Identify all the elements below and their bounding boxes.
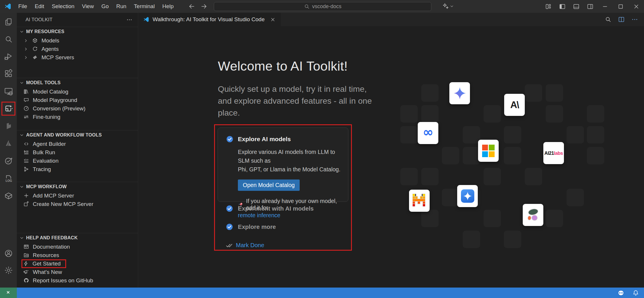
copilot-status-icon[interactable] bbox=[617, 289, 625, 297]
section-header[interactable]: MY RESOURCES bbox=[17, 27, 138, 36]
sidebar-item-agent-builder[interactable]: Agent Builder bbox=[17, 140, 138, 148]
tab-walkthrough[interactable]: Walkthrough: AI Toolkit for Visual Studi… bbox=[138, 13, 281, 26]
mark-done-link[interactable]: Mark Done bbox=[226, 241, 264, 249]
section-label: MY RESOURCES bbox=[26, 29, 64, 34]
activity-item-explorer[interactable] bbox=[0, 15, 17, 29]
search-icon[interactable] bbox=[605, 16, 612, 23]
back-icon[interactable] bbox=[188, 3, 196, 10]
check-list-icon bbox=[23, 158, 29, 164]
chat-icon bbox=[23, 97, 29, 103]
menu-file[interactable]: File bbox=[15, 2, 31, 11]
walkthrough-step-experiment-with-ai-models[interactable]: Experiment with AI models bbox=[226, 204, 314, 213]
activity-item-containers[interactable] bbox=[0, 189, 17, 203]
toggle-primary-sidebar-button[interactable] bbox=[555, 0, 569, 13]
activity-item-search[interactable] bbox=[0, 32, 17, 46]
chevron-right-icon bbox=[23, 55, 28, 60]
more-icon[interactable] bbox=[631, 16, 638, 23]
accounts-icon bbox=[4, 249, 13, 258]
section-header[interactable]: AGENT AND WORKFLOW TOOLS bbox=[17, 130, 138, 140]
toggle-primary-sidebar-icon bbox=[559, 3, 566, 10]
step-title: Explore more bbox=[238, 223, 276, 230]
menu-selection[interactable]: Selection bbox=[48, 2, 78, 11]
sidebar-section-help-and-feedback: HELP AND FEEDBACKDocumentationResourcesG… bbox=[17, 233, 138, 288]
activity-item-test-check[interactable] bbox=[0, 154, 17, 168]
activity-item-extensions[interactable] bbox=[0, 67, 17, 80]
menu-run[interactable]: Run bbox=[113, 2, 130, 11]
sidebar-item-label: Model Catalog bbox=[33, 89, 68, 95]
section-header[interactable]: MCP WORKFLOW bbox=[17, 182, 138, 191]
activity-item-remote-explorer[interactable] bbox=[0, 84, 17, 98]
close-tab-icon[interactable] bbox=[270, 17, 276, 22]
sidebar-item-documentation[interactable]: Documentation bbox=[17, 243, 138, 251]
activity-item-azure[interactable] bbox=[0, 136, 17, 150]
walkthrough-step-explore-ai-models[interactable]: Explore AI modelsExplore various AI mode… bbox=[218, 128, 348, 202]
section-header[interactable]: HELP AND FEEDBACK bbox=[17, 233, 138, 243]
sidebar-item-label: Conversion (Preview) bbox=[33, 105, 86, 112]
search-icon bbox=[304, 3, 310, 10]
layout-customize-button[interactable] bbox=[541, 0, 555, 13]
remote-inference-link[interactable]: remote inference bbox=[238, 212, 342, 219]
sidebar-item-label: Fine-tuning bbox=[33, 114, 60, 120]
sidebar-item-model-catalog[interactable]: Model Catalog bbox=[17, 87, 138, 96]
step-complete-icon[interactable] bbox=[226, 135, 234, 143]
section-header[interactable]: MODEL TOOLS bbox=[17, 78, 138, 87]
window-controls bbox=[541, 0, 644, 13]
plus-icon bbox=[23, 193, 29, 199]
sidebar-item-tracing[interactable]: Tracing bbox=[17, 165, 138, 173]
sidebar-item-get-started[interactable]: Get Started bbox=[17, 259, 138, 268]
maximize-button[interactable] bbox=[613, 0, 628, 13]
activity-item-settings[interactable] bbox=[0, 263, 17, 277]
blue-sparkle bbox=[461, 189, 474, 203]
menu-edit[interactable]: Edit bbox=[31, 2, 48, 11]
activity-item-ai-toolkit[interactable] bbox=[1, 102, 15, 116]
sidebar-item-model-playground[interactable]: Model Playground bbox=[17, 96, 138, 104]
activity-item-run-debug[interactable] bbox=[0, 49, 17, 63]
sidebar-item-create-new-mcp-server[interactable]: Create New MCP Server bbox=[17, 200, 138, 208]
activity-item-output-log[interactable]: LOG bbox=[0, 172, 17, 186]
sidebar-item-report-issues-on-github[interactable]: Report Issues on GitHub bbox=[17, 276, 138, 285]
sidebar-item-add-mcp-server[interactable]: Add MCP Server bbox=[17, 191, 138, 200]
menu-go[interactable]: Go bbox=[97, 2, 112, 11]
decor-tile bbox=[421, 84, 439, 102]
notifications-bell-icon[interactable] bbox=[632, 289, 639, 297]
sidebar-item-agents[interactable]: Agents bbox=[17, 45, 138, 53]
sidebar-item-bulk-run[interactable]: Bulk Run bbox=[17, 148, 138, 157]
decor-tile bbox=[463, 231, 480, 248]
sidebar-item-fine-tuning[interactable]: Fine-tuning bbox=[17, 113, 138, 121]
sidebar-item-mcp-servers[interactable]: MCP Servers bbox=[17, 53, 138, 62]
decor-tile bbox=[546, 210, 563, 227]
forward-icon[interactable] bbox=[200, 3, 208, 10]
sidebar-item-models[interactable]: Models bbox=[17, 36, 138, 45]
teams-flag-icon bbox=[4, 121, 13, 130]
split-editor-icon[interactable] bbox=[618, 16, 625, 23]
remote-indicator[interactable] bbox=[0, 288, 17, 298]
more-actions-icon[interactable] bbox=[126, 17, 133, 23]
sidebar-item-evaluation[interactable]: Evaluation bbox=[17, 157, 138, 165]
sidebar-item-label: Models bbox=[41, 37, 59, 44]
annotation-box-walkthrough: Explore AI modelsExplore various AI mode… bbox=[214, 124, 352, 251]
double-check-icon bbox=[226, 242, 233, 249]
sidebar-item-resources[interactable]: Resources bbox=[17, 251, 138, 259]
section-label: AGENT AND WORKFLOW TOOLS bbox=[26, 132, 102, 138]
toggle-panel-button[interactable] bbox=[569, 0, 583, 13]
menu-view[interactable]: View bbox=[78, 2, 98, 11]
toggle-secondary-sidebar-button[interactable] bbox=[583, 0, 597, 13]
open-model-catalog-button[interactable]: Open Model Catalog bbox=[238, 179, 300, 191]
command-center-search[interactable]: vscode-docs bbox=[214, 2, 431, 11]
walkthrough-step-explore-more[interactable]: Explore more bbox=[226, 222, 276, 231]
copilot-sparkle-icon bbox=[442, 3, 449, 10]
sidebar-item-what-s-new[interactable]: What's New bbox=[17, 268, 138, 276]
decor-tile bbox=[525, 84, 542, 102]
close-button[interactable] bbox=[628, 0, 644, 13]
chevron-down-icon bbox=[19, 132, 24, 138]
menu-terminal[interactable]: Terminal bbox=[130, 2, 159, 11]
menu-help[interactable]: Help bbox=[158, 2, 177, 11]
sidebar-item-conversion-preview-[interactable]: Conversion (Preview) bbox=[17, 104, 138, 113]
activity-item-teams-flag[interactable] bbox=[0, 119, 17, 133]
activity-item-accounts[interactable] bbox=[0, 246, 17, 260]
svg-text:LOG: LOG bbox=[6, 179, 12, 182]
copilot-menu-button[interactable] bbox=[442, 3, 454, 10]
sidebar-item-label: MCP Servers bbox=[41, 54, 74, 61]
sidebar-item-label: Model Playground bbox=[33, 97, 77, 103]
minimize-button[interactable] bbox=[597, 0, 613, 13]
